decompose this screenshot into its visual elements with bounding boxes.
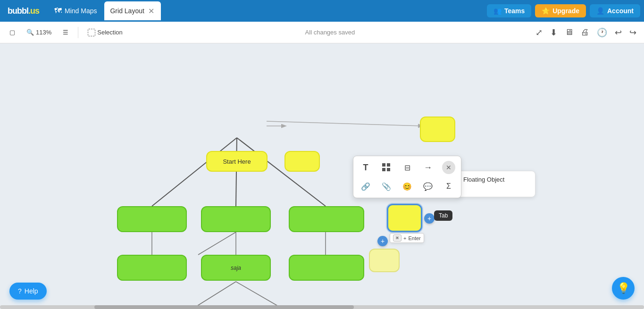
help-icon: ? [18,287,22,295]
node-yellow-top-right[interactable] [420,117,455,142]
add-child-right-icon: + [427,215,431,222]
redo-button[interactable]: ↪ [627,25,638,40]
svg-line-10 [236,282,281,308]
download-icon: ⬇ [550,28,557,37]
history-button[interactable]: 🕐 [595,25,609,40]
redo-icon: ↪ [629,28,636,37]
editor-toolbar: ▢ 🔍 113% ☰ Selection All changes saved ⤢… [0,22,644,43]
node-green-r2-2[interactable]: saja [201,255,271,281]
logo-dot: .us [28,6,39,16]
teams-label: Teams [504,7,525,15]
plus-sep: + [403,235,406,241]
upgrade-label: Upgrade [552,7,579,15]
node-text-saja: saja [231,265,241,271]
start-here-node[interactable]: Start Here [206,151,268,172]
node-selected-yellow[interactable] [387,204,422,232]
present-icon: 🖥 [565,27,573,37]
horizontal-scrollbar[interactable] [0,305,644,309]
tab-grid-layout-label: Grid Layout [110,7,144,15]
present-button[interactable]: 🖥 [563,25,575,39]
selection-icon [88,29,95,36]
float-btn-comment[interactable]: 💬 [418,178,437,195]
top-nav: bubbl.us 🗺 Mind Maps Grid Layout ✕ 👥 Tea… [0,0,644,22]
float-btn-layout[interactable]: ⊟ [398,159,417,176]
toolbar-sep-1 [78,27,78,38]
help-label: Help [25,287,38,295]
menu-button[interactable]: ☰ [59,27,72,38]
add-child-bottom-icon: + [381,237,385,245]
zoom-icon: 🔍 [26,29,34,36]
float-btn-attach[interactable]: 📎 [377,178,396,195]
tab-hint-bubble: Tab [434,210,452,221]
lightbulb-icon: 💡 [617,282,630,294]
zoom-button[interactable]: 🔍 113% [23,27,55,38]
float-btn-sum[interactable]: Σ [439,178,458,195]
canvas[interactable]: Start Here saja Floating Object T [0,43,644,309]
account-label: Account [607,7,634,15]
upgrade-icon: ⭐ [542,7,550,15]
start-here-label: Start Here [223,158,251,165]
print-button[interactable]: 🖨 [579,25,591,39]
enter-hint: ⌘ + Enter [390,233,424,243]
svg-line-0 [267,121,422,126]
selection-label: Selection [97,29,122,36]
node-yellow-mid[interactable] [284,151,320,172]
undo-icon: ↩ [615,28,622,37]
undo-button[interactable]: ↩ [613,25,624,40]
float-btn-arrow[interactable]: → [418,159,437,176]
history-icon: 🕐 [597,28,607,37]
float-btn-text[interactable]: T [356,159,375,176]
float-btn-add[interactable] [377,159,396,176]
account-icon: 👤 [596,7,604,15]
svg-line-2 [152,138,237,206]
share-icon: ⤢ [535,28,543,37]
tab-hint-label: Tab [439,212,448,219]
upgrade-button[interactable]: ⭐ Upgrade [535,4,586,17]
floating-object-label: Floating Object [463,176,504,183]
teams-icon: 👥 [493,7,502,15]
node-green-r1-2[interactable] [201,206,271,232]
tab-mind-maps[interactable]: 🗺 Mind Maps [49,1,102,20]
sidebar-toggle-button[interactable]: ▢ [6,27,19,38]
node-green-r2-3[interactable] [289,255,364,281]
help-button[interactable]: ? Help [9,283,47,300]
svg-line-9 [194,282,236,308]
add-child-bottom-button[interactable]: + [377,236,388,246]
menu-icon: ☰ [63,29,68,36]
cmd-key-badge: ⌘ [393,234,401,242]
sidebar-icon: ▢ [9,29,15,36]
zoom-level: 113% [36,29,51,36]
svg-line-4 [237,138,326,206]
share-button[interactable]: ⤢ [534,25,544,40]
lightbulb-button[interactable]: 💡 [612,277,635,300]
selection-button[interactable]: Selection [84,27,126,38]
float-btn-emoji[interactable]: 😊 [398,178,417,195]
print-icon: 🖨 [581,27,589,37]
node-green-r1-3[interactable] [289,206,364,232]
download-button[interactable]: ⬇ [548,25,559,40]
toolbar-right: ⤢ ⬇ 🖥 🖨 🕐 ↩ ↪ [534,25,638,40]
tab-close-button[interactable]: ✕ [147,7,155,16]
logo[interactable]: bubbl.us [4,4,43,18]
nav-right-buttons: 👥 Teams ⭐ Upgrade 👤 Account [487,4,640,17]
account-button[interactable]: 👤 Account [590,4,640,17]
float-toolbar: T ⊟ → ✕ 🔗 📎 😊 💬 Σ [353,156,461,198]
float-btn-close[interactable]: ✕ [442,161,455,174]
node-green-r2-1[interactable] [117,255,187,281]
tab-grid-layout[interactable]: Grid Layout ✕ [104,1,160,20]
tab-mind-maps-label: Mind Maps [65,7,97,15]
svg-line-3 [236,138,237,206]
floating-object-panel: Floating Object [455,171,535,197]
save-status: All changes saved [130,29,530,36]
teams-button[interactable]: 👥 Teams [487,4,531,17]
scrollbar-thumb[interactable] [94,305,354,309]
node-green-r1-1[interactable] [117,206,187,232]
node-yellow-light-small[interactable] [369,249,400,272]
mind-maps-icon: 🗺 [54,7,62,15]
float-btn-link[interactable]: 🔗 [356,178,375,195]
enter-hint-label: Enter [408,235,420,241]
svg-line-7 [198,232,236,255]
